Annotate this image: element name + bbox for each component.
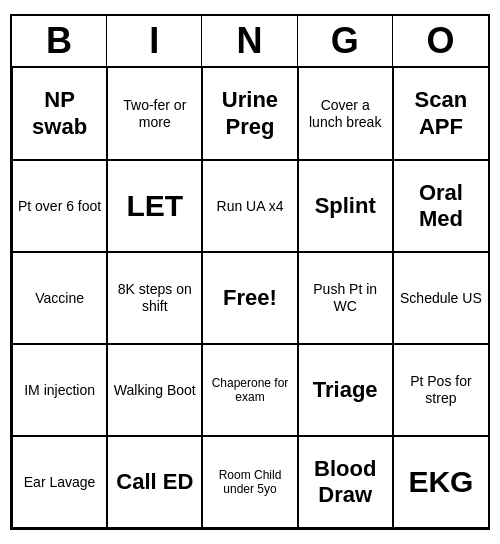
bingo-cell: NP swab (12, 68, 107, 160)
bingo-cell: Scan APF (393, 68, 488, 160)
cell-text: Free! (223, 285, 277, 311)
bingo-cell: Call ED (107, 436, 202, 528)
cell-text: Urine Preg (207, 87, 292, 140)
cell-text: LET (126, 188, 183, 224)
cell-text: Walking Boot (114, 382, 196, 399)
bingo-cell: Pt over 6 foot (12, 160, 107, 252)
bingo-card: BINGO NP swabTwo-fer or moreUrine PregCo… (10, 14, 490, 530)
header-letter: B (12, 16, 107, 66)
bingo-cell: Blood Draw (298, 436, 393, 528)
header-letter: I (107, 16, 202, 66)
bingo-cell: Schedule US (393, 252, 488, 344)
bingo-cell: Two-fer or more (107, 68, 202, 160)
bingo-cell: Splint (298, 160, 393, 252)
cell-text: Splint (315, 193, 376, 219)
bingo-grid: NP swabTwo-fer or moreUrine PregCover a … (12, 68, 488, 528)
cell-text: Pt over 6 foot (18, 198, 101, 215)
bingo-cell: Run UA x4 (202, 160, 297, 252)
bingo-cell: EKG (393, 436, 488, 528)
bingo-cell: Push Pt in WC (298, 252, 393, 344)
bingo-cell: Oral Med (393, 160, 488, 252)
bingo-cell: Urine Preg (202, 68, 297, 160)
bingo-cell: Chaperone for exam (202, 344, 297, 436)
bingo-cell: LET (107, 160, 202, 252)
cell-text: Oral Med (398, 180, 484, 233)
cell-text: Vaccine (35, 290, 84, 307)
bingo-cell: 8K steps on shift (107, 252, 202, 344)
bingo-cell: IM injection (12, 344, 107, 436)
cell-text: NP swab (17, 87, 102, 140)
cell-text: Run UA x4 (217, 198, 284, 215)
bingo-cell: Cover a lunch break (298, 68, 393, 160)
cell-text: Cover a lunch break (303, 97, 388, 131)
cell-text: EKG (408, 464, 473, 500)
cell-text: Push Pt in WC (303, 281, 388, 315)
cell-text: Scan APF (398, 87, 484, 140)
bingo-cell: Ear Lavage (12, 436, 107, 528)
cell-text: Pt Pos for strep (398, 373, 484, 407)
bingo-cell: Triage (298, 344, 393, 436)
cell-text: Room Child under 5yo (207, 468, 292, 497)
cell-text: Two-fer or more (112, 97, 197, 131)
cell-text: Triage (313, 377, 378, 403)
cell-text: Call ED (116, 469, 193, 495)
header-letter: O (393, 16, 488, 66)
bingo-cell: Walking Boot (107, 344, 202, 436)
cell-text: IM injection (24, 382, 95, 399)
bingo-cell: Free! (202, 252, 297, 344)
cell-text: Schedule US (400, 290, 482, 307)
cell-text: Chaperone for exam (207, 376, 292, 405)
bingo-header: BINGO (12, 16, 488, 68)
header-letter: G (298, 16, 393, 66)
cell-text: Ear Lavage (24, 474, 96, 491)
cell-text: 8K steps on shift (112, 281, 197, 315)
bingo-cell: Room Child under 5yo (202, 436, 297, 528)
bingo-cell: Pt Pos for strep (393, 344, 488, 436)
header-letter: N (202, 16, 297, 66)
cell-text: Blood Draw (303, 456, 388, 509)
bingo-cell: Vaccine (12, 252, 107, 344)
